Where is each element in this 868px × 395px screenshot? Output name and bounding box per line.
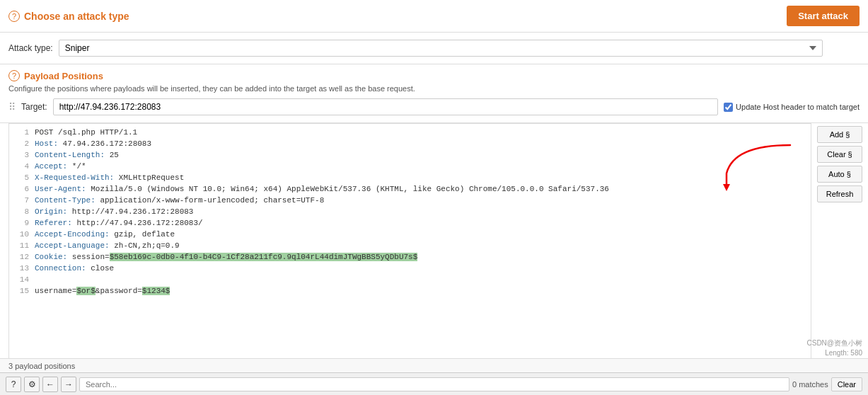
line-part: User-Agent: xyxy=(35,185,91,193)
line-number: 5 xyxy=(12,172,29,183)
payload-help-icon[interactable]: ? xyxy=(8,70,20,81)
line-part: Mozilla/5.0 (Windows NT 10.0; Win64; x64… xyxy=(91,185,609,193)
line-content: Cookie: session=$58eb169c-0db0-4f10-b4C9… xyxy=(35,251,808,263)
bottom-toolbar: ? ⚙ ← → 0 matches Clear xyxy=(0,372,868,395)
watermark-line1: CSDN@资鱼小树 xyxy=(807,338,863,348)
start-attack-button[interactable]: Start attack xyxy=(787,6,860,26)
line-part: */* xyxy=(72,162,86,171)
back-bottom-icon[interactable]: ← xyxy=(42,377,58,392)
line-part: $58eb169c-0db0-4f10-b4C9-1Cf28a211fc9.9q… xyxy=(110,253,418,261)
update-host-checkbox[interactable] xyxy=(724,103,733,112)
top-bar-left: ? Choose an attack type xyxy=(8,11,129,22)
auto-button[interactable]: Auto § xyxy=(817,166,862,183)
code-line: 11Accept-Language: zh-CN,zh;q=0.9 xyxy=(9,240,811,251)
clear-dollar-button[interactable]: Clear § xyxy=(817,146,862,163)
line-number: 11 xyxy=(12,240,29,251)
main-content: 1POST /sql.php HTTP/1.12Host: 47.94.236.… xyxy=(0,123,868,392)
line-part: 25 xyxy=(110,151,119,159)
refresh-button[interactable]: Refresh xyxy=(817,185,862,202)
request-editor[interactable]: 1POST /sql.php HTTP/1.12Host: 47.94.236.… xyxy=(8,123,811,392)
code-line: 7Content-Type: application/x-www-form-ur… xyxy=(9,195,811,206)
line-content: Accept: */* xyxy=(35,161,808,172)
line-content: Connection: close xyxy=(35,263,808,274)
drag-handle-icon: ⠿ xyxy=(8,101,16,113)
line-number: 15 xyxy=(12,285,29,297)
code-line: 8Origin: http://47.94.236.172:28083 xyxy=(9,206,811,217)
code-line: 4Accept: */* xyxy=(9,161,811,172)
line-part: Content-Type: xyxy=(35,196,100,205)
line-part: X-Requested-With: xyxy=(35,173,119,182)
line-number: 4 xyxy=(12,161,29,172)
top-bar: ? Choose an attack type Start attack xyxy=(0,0,868,33)
line-content: Content-Type: application/x-www-form-url… xyxy=(35,195,808,206)
search-clear-button[interactable]: Clear xyxy=(831,377,862,391)
forward-bottom-icon[interactable]: → xyxy=(61,377,76,392)
update-host-check: Update Host header to match target xyxy=(724,103,860,112)
line-content: Accept-Encoding: gzip, deflate xyxy=(35,229,808,240)
choose-attack-title: Choose an attack type xyxy=(24,11,129,22)
line-part: http://47.94.236.172:28083 xyxy=(72,207,194,216)
line-part: close xyxy=(91,264,114,273)
attack-type-row: Attack type: Sniper Battering ram Pitchf… xyxy=(0,33,868,64)
line-part: Accept-Language: xyxy=(35,241,114,250)
target-label: Target: xyxy=(21,102,47,112)
line-number: 7 xyxy=(12,195,29,206)
payload-count-status: 3 payload positions xyxy=(8,362,75,370)
line-part: $or$ xyxy=(76,287,95,295)
code-line: 14 xyxy=(9,274,811,285)
line-number: 6 xyxy=(12,183,29,195)
line-number: 9 xyxy=(12,217,29,229)
line-number: 2 xyxy=(12,138,29,149)
code-line: 15username=$or$&password=$1234$ xyxy=(9,285,811,297)
add-button[interactable]: Add § xyxy=(817,126,862,143)
line-content: Host: 47.94.236.172:28083 xyxy=(35,138,808,149)
code-line: 10Accept-Encoding: gzip, deflate xyxy=(9,229,811,240)
line-part: application/x-www-form-urlencoded; chars… xyxy=(100,196,324,205)
code-line: 3Content-Length: 25 xyxy=(9,149,811,161)
line-part: XMLHttpRequest xyxy=(119,173,184,182)
line-part: POST /sql.php HTTP/1.1 xyxy=(35,128,137,137)
settings-bottom-icon[interactable]: ⚙ xyxy=(24,377,40,392)
line-part: Referer: xyxy=(35,219,76,227)
matches-label: 0 matches xyxy=(792,380,828,389)
line-content: User-Agent: Mozilla/5.0 (Windows NT 10.0… xyxy=(35,183,808,195)
line-content: Accept-Language: zh-CN,zh;q=0.9 xyxy=(35,240,808,251)
line-content xyxy=(35,274,808,285)
help-icon[interactable]: ? xyxy=(8,11,20,22)
target-row: ⠿ Target: Update Host header to match ta… xyxy=(8,98,860,115)
code-line: 13Connection: close xyxy=(9,263,811,274)
code-line: 12Cookie: session=$58eb169c-0db0-4f10-b4… xyxy=(9,251,811,263)
watermark: CSDN@资鱼小树 Length: 580 xyxy=(807,338,863,358)
line-number: 12 xyxy=(12,251,29,263)
line-part: &password= xyxy=(96,287,142,295)
line-part: gzip, deflate xyxy=(114,230,175,239)
line-number: 3 xyxy=(12,149,29,161)
payload-description: Configure the positions where payloads w… xyxy=(8,84,860,93)
line-part: Accept-Encoding: xyxy=(35,230,114,239)
line-part: http://47.94.236.172:28083/ xyxy=(76,219,202,227)
line-part: Host: xyxy=(35,139,63,148)
help-bottom-icon[interactable]: ? xyxy=(6,377,21,392)
watermark-line2: Length: 580 xyxy=(807,348,863,358)
line-content: Content-Length: 25 xyxy=(35,149,808,161)
target-input[interactable] xyxy=(53,98,718,115)
payload-title-row: ? Payload Positions xyxy=(8,70,860,81)
line-part: Content-Length: xyxy=(35,151,110,159)
attack-type-select[interactable]: Sniper Battering ram Pitchfork Cluster b… xyxy=(59,40,823,57)
line-part: $1234$ xyxy=(142,287,170,295)
line-part: username= xyxy=(35,287,76,295)
line-part: session= xyxy=(72,253,110,261)
attack-type-label: Attack type: xyxy=(8,43,53,53)
line-part: Accept: xyxy=(35,162,72,171)
code-line: 1POST /sql.php HTTP/1.1 xyxy=(9,127,811,138)
line-number: 1 xyxy=(12,127,29,138)
code-line: 2Host: 47.94.236.172:28083 xyxy=(9,138,811,149)
line-part: 47.94.236.172:28083 xyxy=(63,139,151,148)
line-part: zh-CN,zh;q=0.9 xyxy=(114,241,179,250)
search-input[interactable] xyxy=(79,377,789,391)
line-number: 8 xyxy=(12,206,29,217)
update-host-label: Update Host header to match target xyxy=(736,103,860,111)
line-content: POST /sql.php HTTP/1.1 xyxy=(35,127,808,138)
code-line: 9Referer: http://47.94.236.172:28083/ xyxy=(9,217,811,229)
code-line: 5X-Requested-With: XMLHttpRequest xyxy=(9,172,811,183)
